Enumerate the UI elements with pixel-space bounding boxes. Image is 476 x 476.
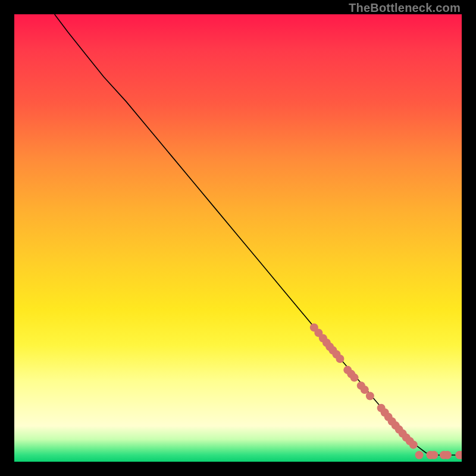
chart-frame: TheBottleneck.com: [0, 0, 476, 476]
watermark-text: TheBottleneck.com: [349, 1, 461, 15]
gradient-plot-area: [14, 14, 462, 462]
